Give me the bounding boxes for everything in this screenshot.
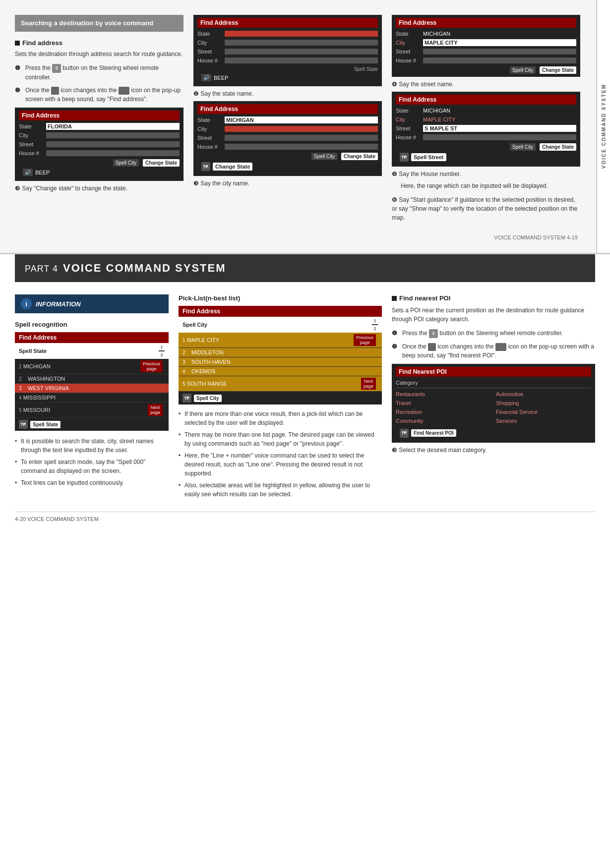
bullet-item: If there are more than one voice result,… [179,409,382,427]
fa-footer-4: Spell City Change State [396,66,576,74]
bullet-item: It is possible to search the state, city… [15,437,169,455]
poi-step-2: ❷ Once the icon changes into the icon on… [392,342,595,360]
fa-spell-street: 🗺 Spell Street [396,151,576,164]
list-item-active: 3 WEST VIRGINIA [15,384,169,393]
b-right: Find nearest POI Sets a POI near the cur… [392,294,595,502]
fa-row-state-5: State MICHIGAN [396,107,576,115]
map-icon: 🗺 [201,162,210,171]
step-say-city: ❸ Say the city name. [193,180,382,187]
poi-cat-recreation: Recreation [396,408,491,416]
fa-list-footer: 🗺 Spell State [15,418,169,431]
pick-list-box: Find Address Spell City 1 2 1 MAPLE CITY… [179,306,382,405]
part-header: PART 4 VOICE COMMAND SYSTEM [15,254,595,282]
fa-title-3: Find Address [197,104,378,114]
map-icon-5: 🗺 [400,429,409,438]
fa-row-house-3: House # [197,143,378,151]
find-address-box-florida: Find Address State FLORIDA City Street H… [15,108,183,181]
bullet-item: Text lines can be inputted continuously. [15,478,169,487]
fa-row-city-3: City [197,125,378,133]
step-say-guidance: ❻ Say "Start guidance" if guidance to th… [392,195,580,222]
find-address-description: Sets the destination through address sea… [15,50,183,58]
pl-list-item: 4 OKEMOS [179,367,382,376]
prev-page-btn[interactable]: Previouspage [140,360,163,372]
poi-step-1: ❶ Press the 🎙 button on the Steering whe… [392,329,595,338]
mid-column: Find Address State City Street House # [193,15,382,227]
list-item: 2 WASHINGTON [15,374,169,384]
fa-row-state-2: State [197,30,378,38]
fa-row-house-4: House # [396,57,576,64]
poi-footer: 🗺 Find Nearest POI [396,427,591,440]
list-item: 5 MISSOURI Nextpage [15,403,169,418]
mic-icon [51,87,59,95]
step-say-state: ❷ Say the state name. [193,90,382,97]
find-address-box-maple-city: Find Address State MICHIGAN City MAPLE C… [392,15,580,77]
fa-footer-5: Spell City Change State [396,143,576,151]
next-page-btn[interactable]: Nextpage [148,404,163,416]
pick-list-bullets: If there are more than one voice result,… [179,409,382,499]
bullet-item: Here, the "Line + number" voice command … [179,451,382,478]
fa-row-house-2: House # [197,57,378,64]
find-address-heading: Find address [15,39,183,47]
fa-row-street-3: Street [197,134,378,142]
fa-list-header: Spell State 1 2 [15,343,169,359]
fa-title-4: Find Address [396,18,576,28]
side-label: VOICE COMMAND SYSTEM [596,0,610,253]
pl-list-item: 2 MIDDLETON [179,348,382,357]
poi-box: Find Nearest POI Category Restaurants Au… [392,364,595,443]
map-icon-4: 🗺 [183,394,191,403]
fa-beep-row: 🔊 BEEP [19,167,180,178]
right-column: Find Address State MICHIGAN City MAPLE C… [392,15,580,227]
steering-icon: 🎙 [52,64,61,73]
map-icon-3: 🗺 [19,420,28,429]
find-address-box-michigan: Find Address State MICHIGAN City Street … [193,101,382,176]
pl-list-item: 1 MAPLE CITY Previouspage [179,333,382,348]
fa-row-street-4: Street [396,48,576,56]
find-address-box-maple-st: Find Address State MICHIGAN City MAPLE C… [392,92,580,167]
poi-category-label: Category [396,379,591,388]
steering-icon-2: 🎙 [429,329,438,338]
prev-page-btn-2[interactable]: Previouspage [354,334,376,346]
black-square-icon [15,41,20,46]
fa-row-state-3: State MICHIGAN [197,116,378,124]
top-page-content: Searching a destination by voice command… [15,15,580,227]
step-2: ❷ Once the icon changes into the icon on… [15,86,183,104]
spell-recog-title: Spell recognition [15,321,169,328]
b-left: i INFORMATION Spell recognition Find Add… [15,294,169,502]
poi-cat-restaurants: Restaurants [396,390,491,398]
bottom-page: PART 4 VOICE COMMAND SYSTEM i INFORMATIO… [0,254,610,537]
bullet-item: Also, selectable areas will be highlight… [179,481,382,499]
poi-step-3: ❸ Select the desired main category. [392,447,595,454]
page-indicator-2: 1 2 [372,318,378,331]
fa-footer: Spell City Change State [19,159,180,167]
fa-change-state: 🗺 Change State [197,160,378,173]
beep-icon: 🔊 [23,169,33,176]
page-indicator: 1 2 [159,345,165,357]
pl-list-footer: 🗺 Spell City [179,392,382,405]
b-mid: Pick-List(n-best list) Find Address Spel… [179,294,382,502]
beep-icon-2: 🔊 [201,74,211,81]
step-3-caption: ❸ Say "Change state" to change the state… [15,185,183,192]
fa-row-street-5: Street S MAPLE ST [396,124,576,132]
step-say-house: ❺ Say the House number. [392,171,580,177]
fa-row-state: State FLORIDA [19,122,180,130]
fa-row-city-4: City MAPLE CITY [396,39,576,47]
pl-list-item: 3 SOUTH HAVEN [179,357,382,367]
next-page-btn-2[interactable]: Nextpage [361,378,376,390]
fa-title-2: Find Address [197,18,378,28]
map-icon-2: 🗺 [400,153,409,162]
fa-row-city: City [19,131,180,139]
section-title: Searching a destination by voice command [15,15,183,32]
fa-title-5: Find Address [396,95,576,105]
step-1: ❶ Press the 🎙 button on the Steering whe… [15,63,183,82]
pick-list-title: Pick-List(n-best list) [179,294,382,302]
fa-row-state-4: State MICHIGAN [396,30,576,38]
left-column: Searching a destination by voice command… [15,15,183,227]
fa-list-box: Find Address Spell State 1 2 1 MICHIGAN … [15,332,169,431]
poi-grid: Restaurants Automotive Travel Shopping R… [396,390,591,425]
poi-title-row: Find Nearest POI [396,367,591,377]
fa-row-city-2: City [197,39,378,47]
bottom-content: i INFORMATION Spell recognition Find Add… [15,294,595,502]
pl-header: Spell City 1 2 [179,317,382,333]
poi-cat-automotive: Automotive [496,390,591,398]
fa-beep-row-2: 🔊 BEEP [197,72,378,83]
